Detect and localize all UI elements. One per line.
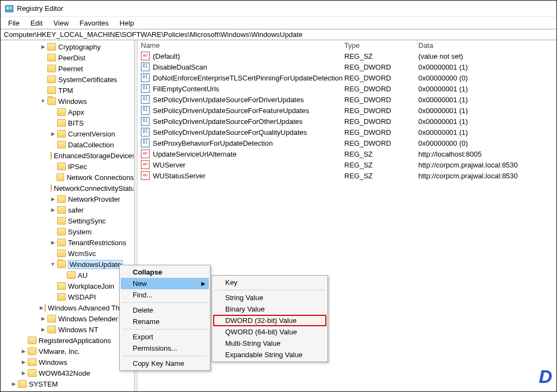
expand-toggle[interactable] xyxy=(49,141,56,148)
list-row[interactable]: SetPolicyDrivenUpdateSourceForOtherUpdat… xyxy=(138,116,556,127)
tree-node[interactable]: WorkplaceJoin xyxy=(1,281,134,291)
tree-pane[interactable]: ▶CryptographyPeerDistPeernetSystemCertif… xyxy=(1,40,134,391)
menu-view[interactable]: View xyxy=(49,18,73,28)
menu-item[interactable]: Key xyxy=(213,277,326,288)
list-row[interactable]: DoNotEnforceEnterpriseTLSCertPinningForU… xyxy=(138,72,556,83)
expand-toggle[interactable] xyxy=(49,174,55,181)
expand-toggle[interactable]: ▶ xyxy=(49,207,56,213)
tree-node[interactable]: Peernet xyxy=(1,63,134,74)
column-type[interactable]: Type xyxy=(344,41,418,49)
expand-toggle[interactable]: ▶ xyxy=(49,239,56,246)
list-row[interactable]: WUStatusServerREG_SZhttp://corpcm.prajwa… xyxy=(138,170,556,181)
list-row[interactable]: (Default)REG_SZ(value not set) xyxy=(138,51,556,61)
list-row[interactable]: WUServerREG_SZhttp://corpcm.prajwal.loca… xyxy=(138,159,556,170)
tree-node[interactable]: SettingSync xyxy=(1,215,134,226)
expand-toggle[interactable] xyxy=(49,294,56,300)
expand-toggle[interactable]: ▶ xyxy=(20,370,27,376)
menu-item[interactable]: String Value xyxy=(213,292,326,303)
menu-item[interactable]: QWORD (64-bit) Value xyxy=(213,326,326,338)
tree-node[interactable]: ▶SYSTEM xyxy=(1,378,134,389)
tree-node[interactable]: Appx xyxy=(1,107,134,117)
tree-node[interactable]: DataCollection xyxy=(1,139,134,150)
tree-node[interactable]: PeerDist xyxy=(1,52,134,63)
tree-node[interactable]: SystemCertificates xyxy=(1,74,134,85)
tree-node[interactable]: ▶WOW6432Node xyxy=(1,368,134,378)
menu-item[interactable]: Permissions... xyxy=(121,343,209,354)
list-row[interactable]: DisableDualScanREG_DWORD0x00000001 (1) xyxy=(138,61,556,72)
list-row[interactable]: SetProxyBehaviorForUpdateDetectionREG_DW… xyxy=(138,138,556,148)
menu-item[interactable]: Rename xyxy=(121,316,209,327)
expand-toggle[interactable] xyxy=(59,272,66,278)
expand-toggle[interactable] xyxy=(49,283,56,289)
expand-toggle[interactable]: ▶ xyxy=(40,315,46,322)
tree-node[interactable]: ▶Windows Advanced Threat Protection xyxy=(1,302,134,313)
tree-node[interactable]: WcmSvc xyxy=(1,248,134,259)
expand-toggle[interactable]: ▶ xyxy=(40,326,46,333)
expand-toggle[interactable] xyxy=(40,87,46,94)
menu-file[interactable]: File xyxy=(4,18,24,28)
tree-node[interactable]: ▼WindowsUpdate xyxy=(1,259,134,270)
expand-toggle[interactable]: ▶ xyxy=(49,196,56,202)
tree-node[interactable]: ▼Windows xyxy=(1,96,134,107)
expand-toggle[interactable] xyxy=(49,120,56,126)
tree-node[interactable]: ▶TenantRestrictions xyxy=(1,237,134,248)
expand-toggle[interactable] xyxy=(40,54,46,61)
column-data[interactable]: Data xyxy=(418,41,553,49)
expand-toggle[interactable] xyxy=(40,76,46,83)
menu-item[interactable]: Copy Key Name xyxy=(121,358,209,369)
expand-toggle[interactable]: ▶ xyxy=(20,348,27,354)
menu-item[interactable]: Multi-String Value xyxy=(213,338,326,349)
expand-toggle[interactable]: ▼ xyxy=(49,261,56,267)
list-row[interactable]: SetPolicyDrivenUpdateSourceForDriverUpda… xyxy=(138,94,556,105)
tree-node[interactable]: WSDAPI xyxy=(1,291,134,302)
menu-edit[interactable]: Edit xyxy=(26,18,47,28)
tree-node[interactable]: IPSec xyxy=(1,161,134,172)
list-row[interactable]: UpdateServiceUrlAlternateREG_SZhttp://lo… xyxy=(138,148,556,159)
menu-item[interactable]: Find... xyxy=(121,289,209,301)
tree-node[interactable]: ▶VMware, Inc. xyxy=(1,346,134,357)
tree-node[interactable]: NetworkConnectivityStatusIndicator xyxy=(1,183,134,194)
menu-item[interactable]: New▶ xyxy=(121,278,209,289)
expand-toggle[interactable] xyxy=(49,163,56,170)
expand-toggle[interactable]: ▶ xyxy=(40,43,46,50)
tree-node[interactable]: System xyxy=(1,226,134,237)
menu-item[interactable]: Export xyxy=(121,331,209,343)
tree-node[interactable]: AU xyxy=(1,270,134,281)
expand-toggle[interactable] xyxy=(49,228,56,235)
tree-node[interactable]: Network Connections xyxy=(1,172,134,183)
tree-node[interactable]: ▶Windows NT xyxy=(1,324,134,335)
expand-toggle[interactable] xyxy=(40,65,46,72)
expand-toggle[interactable] xyxy=(49,217,56,224)
menu-favorites[interactable]: Favorites xyxy=(75,18,113,28)
tree-node[interactable]: EnhancedStorageDevices xyxy=(1,150,134,161)
list-row[interactable]: FillEmptyContentUrlsREG_DWORD0x00000001 … xyxy=(138,83,556,94)
list-row[interactable]: SetPolicyDrivenUpdateSourceForQualityUpd… xyxy=(138,127,556,138)
expand-toggle[interactable]: ▶ xyxy=(20,359,27,365)
tree-node[interactable]: ▶NetworkProvider xyxy=(1,194,134,204)
expand-toggle[interactable] xyxy=(49,109,56,115)
tree-node[interactable]: ▶Windows xyxy=(1,357,134,368)
tree-node[interactable]: ▶Windows Defender xyxy=(1,313,134,324)
context-submenu-new[interactable]: KeyString ValueBinary ValueDWORD (32-bit… xyxy=(212,275,328,362)
menu-item[interactable]: Binary Value xyxy=(213,303,326,315)
list-row[interactable]: SetPolicyDrivenUpdateSourceForFeatureUpd… xyxy=(138,105,556,116)
tree-node[interactable]: BITS xyxy=(1,117,134,128)
expand-toggle[interactable]: ▼ xyxy=(40,98,46,104)
menu-item[interactable]: DWORD (32-bit) Value xyxy=(213,315,326,326)
menu-help[interactable]: Help xyxy=(115,18,139,28)
tree-node[interactable]: RegisteredApplications xyxy=(1,335,134,346)
tree-node[interactable]: ▶safer xyxy=(1,204,134,215)
menu-item[interactable]: Expandable String Value xyxy=(213,349,326,360)
expand-toggle[interactable] xyxy=(20,337,27,344)
expand-toggle[interactable]: ▶ xyxy=(10,381,17,387)
expand-toggle[interactable]: ▶ xyxy=(40,304,44,311)
column-name[interactable]: Name xyxy=(141,41,344,49)
tree-node[interactable]: ▶CurrentVersion xyxy=(1,128,134,139)
expand-toggle[interactable]: ▶ xyxy=(49,130,56,137)
address-bar[interactable]: Computer\HKEY_LOCAL_MACHINE\SOFTWARE\Pol… xyxy=(1,29,556,40)
tree-node[interactable]: TPM xyxy=(1,85,134,96)
expand-toggle[interactable] xyxy=(49,250,56,257)
context-menu[interactable]: CollapseNew▶Find...DeleteRenameExportPer… xyxy=(119,265,211,371)
menu-item[interactable]: Delete xyxy=(121,304,209,316)
menu-item[interactable]: Collapse xyxy=(121,266,209,278)
